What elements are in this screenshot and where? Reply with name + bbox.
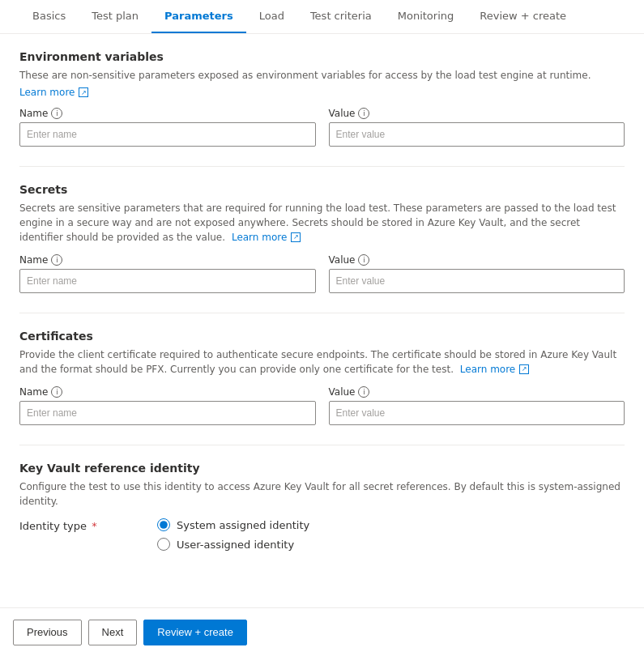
identity-type-radio-group: System assigned identity User-assigned i… — [157, 518, 309, 551]
next-button[interactable]: Next — [88, 620, 138, 645]
certificates-value-label: Value i — [329, 386, 625, 398]
tab-test-criteria[interactable]: Test criteria — [297, 0, 385, 33]
env-vars-learn-more[interactable]: Learn more ↗ — [19, 87, 88, 98]
certificates-name-label: Name i — [19, 386, 316, 398]
key-vault-section: Key Vault reference identity Configure t… — [19, 462, 625, 551]
env-vars-description: These are non-sensitive parameters expos… — [19, 68, 625, 83]
certificates-value-field: Value i — [329, 386, 625, 425]
secrets-section: Secrets Secrets are sensitive parameters… — [19, 183, 625, 293]
secrets-value-label: Value i — [329, 254, 625, 266]
tab-load[interactable]: Load — [246, 0, 297, 33]
env-vars-value-info-icon[interactable]: i — [358, 108, 369, 119]
tab-review-create[interactable]: Review + create — [467, 0, 579, 33]
tab-parameters[interactable]: Parameters — [151, 0, 246, 33]
key-vault-title: Key Vault reference identity — [19, 462, 625, 475]
divider-1 — [19, 166, 625, 167]
identity-type-label: Identity type * — [19, 518, 125, 532]
certificates-name-field: Name i — [19, 386, 316, 425]
certificates-value-info-icon[interactable]: i — [358, 386, 369, 398]
env-vars-name-field: Name i — [19, 108, 316, 147]
tab-basics[interactable]: Basics — [19, 0, 79, 33]
secrets-value-info-icon[interactable]: i — [358, 254, 369, 266]
secrets-name-field: Name i — [19, 254, 316, 293]
certificates-title: Certificates — [19, 330, 625, 343]
secrets-name-label: Name i — [19, 254, 316, 266]
review-create-button[interactable]: Review + create — [143, 620, 247, 645]
env-vars-title: Environment variables — [19, 50, 625, 63]
secrets-learn-more[interactable]: Learn more ↗ — [232, 230, 301, 245]
top-nav: Basics Test plan Parameters Load Test cr… — [0, 0, 644, 34]
certificates-name-input[interactable] — [19, 401, 316, 425]
certificates-form-row: Name i Value i — [19, 386, 625, 425]
secrets-external-link-icon: ↗ — [291, 232, 301, 242]
certificates-description: Provide the client certificate required … — [19, 347, 625, 377]
external-link-icon: ↗ — [79, 87, 88, 97]
divider-2 — [19, 313, 625, 313]
secrets-value-input[interactable] — [329, 269, 625, 293]
env-vars-name-input[interactable] — [19, 122, 316, 147]
divider-3 — [19, 445, 625, 445]
system-assigned-option[interactable]: System assigned identity — [157, 518, 309, 531]
env-vars-form-row: Name i Value i — [19, 108, 625, 147]
previous-button[interactable]: Previous — [13, 620, 82, 645]
footer: Previous Next Review + create — [0, 607, 644, 656]
main-content: Environment variables These are non-sens… — [0, 34, 644, 606]
secrets-name-input[interactable] — [19, 269, 316, 293]
tab-test-plan[interactable]: Test plan — [79, 0, 151, 33]
required-star: * — [88, 520, 97, 532]
user-assigned-label: User-assigned identity — [177, 539, 294, 551]
user-assigned-option[interactable]: User-assigned identity — [157, 538, 309, 551]
user-assigned-radio[interactable] — [157, 538, 170, 551]
env-vars-name-info-icon[interactable]: i — [51, 108, 62, 119]
secrets-value-field: Value i — [329, 254, 625, 293]
certificates-external-link-icon: ↗ — [519, 364, 529, 374]
secrets-title: Secrets — [19, 183, 625, 196]
certificates-value-input[interactable] — [329, 401, 625, 425]
certificates-name-info-icon[interactable]: i — [51, 386, 62, 398]
secrets-description: Secrets are sensitive parameters that ar… — [19, 201, 625, 245]
env-vars-value-label: Value i — [329, 108, 625, 119]
identity-type-row: Identity type * System assigned identity… — [19, 518, 625, 551]
system-assigned-label: System assigned identity — [177, 519, 309, 531]
secrets-form-row: Name i Value i — [19, 254, 625, 293]
env-vars-value-input[interactable] — [329, 122, 625, 147]
secrets-name-info-icon[interactable]: i — [51, 254, 62, 266]
env-vars-name-label: Name i — [19, 108, 316, 119]
certificates-learn-more[interactable]: Learn more ↗ — [460, 362, 529, 377]
tab-monitoring[interactable]: Monitoring — [385, 0, 467, 33]
certificates-section: Certificates Provide the client certific… — [19, 330, 625, 425]
env-vars-section: Environment variables These are non-sens… — [19, 50, 625, 147]
key-vault-description: Configure the test to use this identity … — [19, 479, 625, 509]
env-vars-value-field: Value i — [329, 108, 625, 147]
system-assigned-radio[interactable] — [157, 518, 170, 531]
